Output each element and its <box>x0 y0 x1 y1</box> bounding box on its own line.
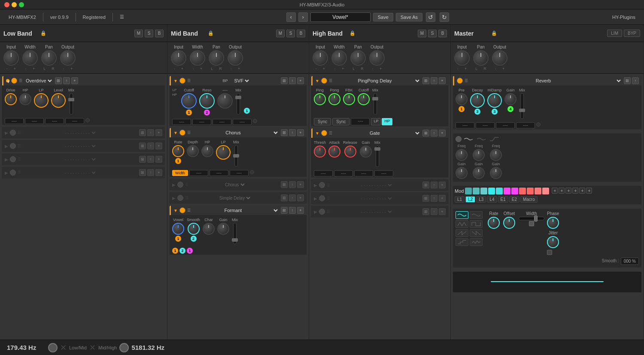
mid-simple-delay-arrow[interactable]: ▶ <box>172 196 176 200</box>
mid-band-s-button[interactable]: S <box>286 30 295 37</box>
high-pingpong-add[interactable]: + <box>439 77 446 84</box>
lfo-rate-knob[interactable] <box>488 217 500 229</box>
mid-band-b-button[interactable]: B <box>297 30 305 37</box>
mid-char-knob[interactable] <box>203 223 215 235</box>
mid-chorus1-mix-fader[interactable] <box>234 145 238 167</box>
low-band-lock-icon[interactable]: 🔒 <box>40 30 46 36</box>
low-overdrive-arrow[interactable]: ▼ <box>6 79 9 82</box>
mod-block-8[interactable] <box>519 188 526 194</box>
mid-chorus2-add[interactable]: + <box>297 181 304 188</box>
mid-chorus1-grid[interactable]: ⊞ <box>281 129 288 136</box>
save-as-button[interactable]: Save As <box>396 13 422 21</box>
high-thresh-knob[interactable] <box>314 146 326 158</box>
mid-chorus2-selector[interactable]: Chorus <box>223 182 246 188</box>
low-band-m-button[interactable]: M <box>134 30 143 37</box>
low-empty4-arrow[interactable]: ▶ <box>5 170 8 175</box>
low-empty3-toggle[interactable] <box>10 156 16 162</box>
lfo-shape-sq[interactable] <box>470 220 483 228</box>
low-empty3-grid[interactable]: ⊞ <box>139 156 146 163</box>
low-mix-thumb[interactable] <box>68 98 74 101</box>
mod-block-1[interactable] <box>465 188 472 194</box>
master-eq-gain2-knob[interactable] <box>473 167 485 179</box>
mid-simple-delay-grid[interactable]: ⊞ <box>281 194 288 201</box>
mid-band-m-button[interactable]: M <box>276 30 285 37</box>
mid-chorus1-menu[interactable]: ☰ <box>187 130 191 135</box>
low-overdrive-selector[interactable]: Overdrive <box>24 78 53 84</box>
low-mix-fader[interactable] <box>70 93 73 115</box>
high-pp-hp-button[interactable]: HP <box>382 118 392 125</box>
minimize-button[interactable] <box>12 2 17 7</box>
low-empty4-selector[interactable]: - - - - - - - - - - <box>63 170 97 176</box>
high-input-knob[interactable] <box>313 50 328 66</box>
lim-button[interactable]: LIM <box>607 30 622 37</box>
mid-formant-menu[interactable]: ☰ <box>187 208 191 212</box>
mid-svf-grid[interactable]: ⊞ <box>281 77 288 84</box>
high-empty3-arrow[interactable]: ▶ <box>314 209 317 214</box>
master-pan-knob[interactable] <box>473 50 489 66</box>
high-gate-mix-thumb[interactable] <box>374 147 380 151</box>
lfo-phase-knob[interactable] <box>547 217 559 229</box>
low-empty3-save[interactable]: ↑ <box>147 156 154 163</box>
lfo-shape-sine[interactable] <box>456 211 468 219</box>
master-eq-freq3-knob[interactable] <box>490 149 502 161</box>
mid-output-knob[interactable] <box>228 50 243 66</box>
high-width-knob[interactable] <box>331 50 347 66</box>
low-empty3-selector[interactable]: - - - - - - - - - - <box>63 157 97 162</box>
low-level-knob[interactable] <box>51 93 66 108</box>
lfo-shape-rand[interactable] <box>470 238 483 246</box>
lfo-width-lock-icon[interactable] <box>529 221 534 226</box>
redo-button[interactable]: ↻ <box>440 12 449 22</box>
mid-smooth-knob[interactable] <box>188 223 200 235</box>
master-eq-shape1-icon[interactable] <box>463 137 474 142</box>
low-empty4-add[interactable]: + <box>155 169 162 176</box>
high-gate-save[interactable]: ↑ <box>431 130 437 137</box>
mid-formant-save[interactable]: ↑ <box>289 207 296 214</box>
mod-tab-macro[interactable]: Macro <box>520 196 538 203</box>
high-empty2-menu[interactable]: ☰ <box>327 196 330 200</box>
high-band-lock-icon[interactable]: 🔒 <box>349 30 355 36</box>
prev-preset-button[interactable]: ‹ <box>286 12 296 22</box>
mid-formant-mix-thumb[interactable] <box>232 238 238 242</box>
high-empty3-menu[interactable]: ☰ <box>327 209 330 214</box>
master-rev-mix-fader[interactable] <box>520 93 524 119</box>
low-overdrive-grid-icon[interactable]: ⊞ <box>55 77 62 84</box>
high-empty2-save[interactable]: ↑ <box>431 195 437 202</box>
mod-plus-4[interactable]: + <box>572 188 578 194</box>
master-reverb-menu[interactable]: ☰ <box>465 79 468 83</box>
high-empty2-toggle[interactable] <box>319 195 325 201</box>
master-rev-mix-thumb[interactable] <box>519 109 525 112</box>
high-pingpong-toggle[interactable] <box>321 78 327 84</box>
mid-formant-mix-fader[interactable] <box>233 223 237 244</box>
low-empty4-menu[interactable]: ☰ <box>18 170 21 175</box>
high-ping-sync-button[interactable]: Sync <box>314 118 331 125</box>
mid-chorus2-toggle[interactable] <box>177 182 183 188</box>
mid-formant-grid[interactable]: ⊞ <box>281 207 288 214</box>
low-overdrive-save-icon[interactable]: ↑ <box>63 77 70 84</box>
master-reverb-grid[interactable]: ⊞ <box>624 77 631 84</box>
high-empty3-grid[interactable]: ⊞ <box>422 208 429 215</box>
low-overdrive-toggle[interactable] <box>11 78 17 84</box>
high-gate-arrow[interactable]: ▼ <box>315 131 319 136</box>
low-empty1-grid[interactable]: ⊞ <box>139 129 146 136</box>
lfo-shape-ramp[interactable] <box>470 229 483 237</box>
master-hidamp-knob[interactable] <box>487 93 502 108</box>
mid-chorus1-arrow[interactable]: ▼ <box>173 130 178 135</box>
byp-button[interactable]: BYP <box>624 30 640 37</box>
mid-chorus-lp-knob[interactable] <box>216 145 231 160</box>
mid-simple-delay-toggle[interactable] <box>177 195 183 201</box>
mid-chorus1-save[interactable]: ↑ <box>289 129 296 136</box>
high-gate-menu[interactable]: ☰ <box>329 131 332 135</box>
low-empty1-selector[interactable]: - - - - - - - - - - <box>63 130 97 136</box>
high-pingpong-save[interactable]: ↑ <box>431 77 437 84</box>
preset-name-display[interactable]: Vowel* <box>310 12 371 22</box>
maximize-button[interactable] <box>19 2 24 7</box>
mid-cutoff-knob[interactable] <box>181 93 197 109</box>
low-empty2-add[interactable]: + <box>155 143 162 149</box>
high-gate-toggle[interactable] <box>321 130 327 136</box>
window-controls[interactable] <box>4 2 24 7</box>
high-empty3-save[interactable]: ↑ <box>431 208 437 215</box>
save-button[interactable]: Save <box>373 13 393 21</box>
mod-tab-e2[interactable]: E2 <box>509 196 519 203</box>
mid-chorus2-menu[interactable]: ☰ <box>185 182 188 187</box>
mid-svf-selector[interactable]: SVF <box>232 78 250 84</box>
